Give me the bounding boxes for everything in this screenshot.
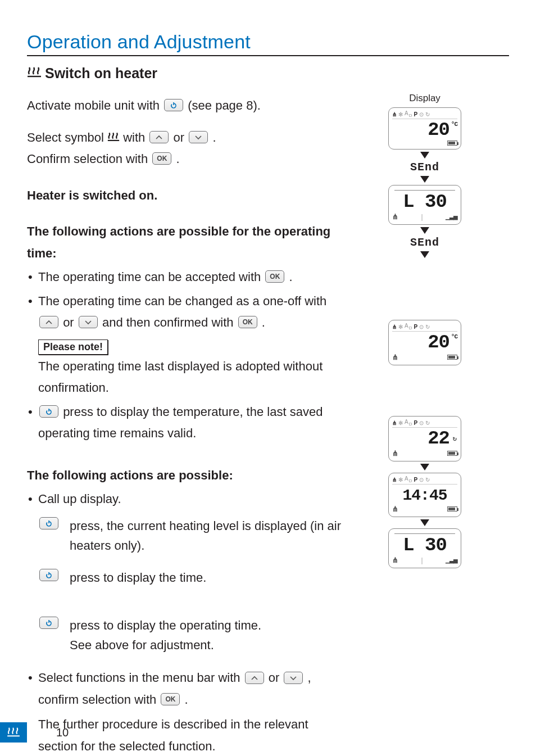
- list-item: Select functions in the menu bar with or…: [27, 667, 342, 756]
- text: or: [269, 671, 283, 685]
- text: The operating time can be accepted with: [38, 270, 264, 284]
- activate-line: Activate mobile unit with (see page 8).: [27, 95, 342, 117]
- press-row-2: press to display the time.: [38, 568, 342, 587]
- lcd-value: 20: [428, 119, 449, 141]
- lcd-value: 22: [428, 428, 449, 449]
- text: Select functions in the menu bar with: [38, 671, 244, 685]
- bullet-select: Select functions in the menu bar with or…: [27, 667, 342, 756]
- lcd-value: 14:45: [392, 486, 457, 504]
- heater-on-text: Heater is switched on.: [27, 185, 342, 207]
- lcd-value: L 30: [392, 536, 457, 555]
- arrow-down-icon: [420, 152, 429, 159]
- text: The operating time can be changed as a o…: [38, 294, 326, 308]
- section-header: Switch on heater: [27, 65, 509, 82]
- bullet-list-time: The operating time can be accepted with …: [27, 266, 342, 334]
- text: .: [212, 130, 216, 144]
- text: press to display the operating time. See…: [70, 615, 342, 655]
- lcd-l30-b: L 30 ⋔|▁▃▅: [388, 528, 461, 568]
- ok-button-icon: OK: [161, 693, 180, 705]
- confirm-line: Confirm selection with OK .: [27, 148, 342, 170]
- text: .: [289, 270, 292, 284]
- arrow-down-icon: [420, 176, 429, 183]
- forward-button-icon: [284, 672, 303, 684]
- text: Confirm selection with: [27, 152, 151, 166]
- display-seq-2: ⋔✻ADP⊙↻ 22↻ ⋔ ⋔✻ADP⊙↻ 14:45 ⋔ L 30 ⋔|▁▃▅: [340, 416, 509, 568]
- forward-button-icon: [79, 316, 98, 328]
- ok-button-icon: OK: [152, 152, 171, 165]
- text: press, the current heating level is disp…: [70, 516, 342, 555]
- note-box: Please note!: [38, 339, 108, 355]
- section-title: Switch on heater: [45, 65, 157, 82]
- text: or: [174, 130, 188, 144]
- text: .: [185, 692, 188, 707]
- back-button-icon: [149, 131, 169, 143]
- text: Activate mobile unit with: [27, 98, 163, 112]
- right-column: Display ⋔✻ADP⊙↻ 20°C SEnd L 30 ⋔|▁▃▅ SEn…: [340, 93, 509, 580]
- degc: °C: [451, 334, 457, 340]
- text: or: [63, 315, 78, 329]
- arrow-down-icon: [420, 464, 429, 470]
- manual-page: Operation and Adjustment Switch on heate…: [0, 0, 536, 756]
- footer-tab-heater-icon: [0, 722, 27, 743]
- ok-button-icon: OK: [265, 270, 284, 283]
- send-label: SEnd: [340, 161, 509, 174]
- arrow-down-icon: [420, 251, 429, 258]
- display-temp20-b: ⋔✻ADP⊙↻ 20°C ⋔: [340, 320, 509, 365]
- lcd-temp20-b: ⋔✻ADP⊙↻ 20°C ⋔: [388, 320, 461, 365]
- power-button-icon: [39, 405, 58, 418]
- page-heading: Operation and Adjustment: [27, 31, 509, 56]
- text: .: [262, 315, 265, 329]
- note-text: The operating time last displayed is ado…: [38, 356, 342, 399]
- list-item: Call up display.: [27, 488, 342, 510]
- bullet-power: press to display the temperature, the la…: [27, 401, 342, 445]
- arrow-down-icon: [420, 519, 429, 526]
- display-label: Display: [340, 93, 509, 104]
- actions-heading-2: The following actions are possible:: [27, 465, 342, 487]
- list-item: The operating time can be accepted with …: [27, 266, 342, 288]
- power-button-icon: [39, 617, 58, 629]
- send-label: SEnd: [340, 236, 509, 249]
- text: See above for adjustment.: [70, 638, 214, 652]
- power-button-icon: [164, 99, 183, 111]
- list-item: press to display the temperature, the la…: [27, 401, 342, 445]
- text: with: [123, 130, 148, 144]
- power-button-icon: [39, 517, 58, 529]
- lcd-value: L 30: [392, 192, 457, 211]
- back-button-icon: [39, 316, 58, 328]
- degc: °C: [451, 121, 457, 128]
- text: press to display the operating time.: [70, 618, 261, 632]
- heater-icon-inline: [107, 132, 120, 143]
- back-button-icon: [245, 672, 264, 684]
- lcd-temp20: ⋔✻ADP⊙↻ 20°C: [388, 107, 461, 150]
- text: (see page 8).: [188, 98, 261, 112]
- ok-button-icon: OK: [238, 316, 257, 328]
- page-number: 10: [56, 726, 69, 739]
- power-button-icon: [39, 569, 58, 581]
- text: press to display the temperature, the la…: [38, 405, 322, 441]
- heater-icon: [27, 66, 39, 79]
- bullet-list-2: Call up display.: [27, 488, 342, 510]
- left-column: Activate mobile unit with (see page 8). …: [27, 95, 342, 756]
- actions-time-heading: The following actions are possible for t…: [27, 221, 342, 264]
- arrow-down-icon: [420, 227, 429, 234]
- lcd-22: ⋔✻ADP⊙↻ 22↻ ⋔: [388, 416, 461, 461]
- text: press to display the time.: [70, 568, 342, 587]
- text: Select symbol: [27, 130, 107, 144]
- page-footer: 10: [0, 722, 536, 743]
- press-row-1: press, the current heating level is disp…: [38, 516, 342, 555]
- text: and then confirmed with: [102, 315, 237, 329]
- text: .: [176, 152, 179, 166]
- press-row-3: press to display the operating time. See…: [38, 615, 342, 655]
- list-item: The operating time can be changed as a o…: [27, 291, 342, 334]
- display-seq-1: ⋔✻ADP⊙↻ 20°C SEnd L 30 ⋔|▁▃▅ SEnd: [340, 107, 509, 258]
- lcd-value: 20: [428, 332, 449, 353]
- select-line: Select symbol with or .: [27, 127, 342, 149]
- lcd-time: ⋔✻ADP⊙↻ 14:45 ⋔: [388, 473, 461, 517]
- lcd-l30: L 30 ⋔|▁▃▅: [388, 185, 461, 225]
- forward-button-icon: [189, 131, 208, 143]
